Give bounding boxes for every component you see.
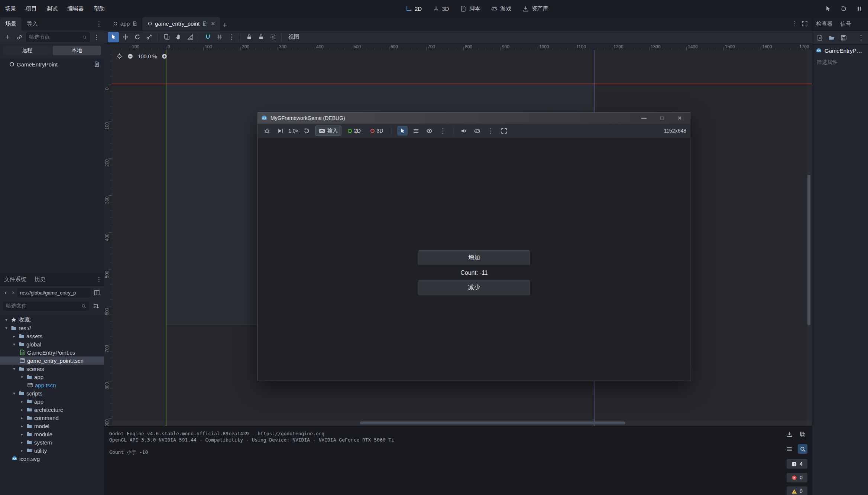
decrease-button[interactable]: 减少 <box>418 280 530 295</box>
tree-closed-icon[interactable]: ▸ <box>19 440 25 445</box>
file-row-module[interactable]: ▸module <box>0 430 104 438</box>
scene-tab-app[interactable]: app <box>108 17 142 30</box>
mute-audio-button[interactable] <box>459 126 469 136</box>
filter-nodes-input[interactable]: 筛选节点 <box>26 32 90 42</box>
tab-import-dock[interactable]: 导入 <box>22 17 43 30</box>
ruler-tool-button[interactable] <box>185 32 196 42</box>
menu-help[interactable]: 帮助 <box>89 0 110 17</box>
file-row-game-entry-point-tscn[interactable]: game_entry_point.tscn <box>0 356 104 365</box>
debug-2d-button[interactable]: 2D <box>344 126 364 136</box>
current-path-field[interactable]: res://global/game_entry_p <box>17 288 91 297</box>
close-tab-icon[interactable]: × <box>211 20 215 27</box>
tree-closed-icon[interactable]: ▸ <box>19 416 25 420</box>
file-row-scenes-app[interactable]: ▾app <box>0 373 104 381</box>
tab-signals[interactable]: 信号 <box>836 17 855 30</box>
copy-output-button[interactable] <box>798 429 807 439</box>
grid-snap-button[interactable] <box>214 32 225 42</box>
file-row-command[interactable]: ▸command <box>0 414 104 422</box>
tree-open-icon[interactable]: ▾ <box>4 326 9 330</box>
scrollbar-thumb[interactable] <box>360 421 625 424</box>
save-resource-button[interactable] <box>838 32 849 43</box>
visibility-button[interactable] <box>424 126 434 136</box>
tree-open-icon[interactable]: ▾ <box>12 342 17 347</box>
file-row-utility[interactable]: ▸utility <box>0 446 104 455</box>
local-button[interactable]: 本地 <box>53 46 101 55</box>
pause-button[interactable] <box>854 3 864 14</box>
file-row-model[interactable]: ▸model <box>0 422 104 430</box>
scene-dock-menu-button[interactable]: ⋮ <box>94 19 104 29</box>
menu-debug[interactable]: 调试 <box>42 0 62 17</box>
scale-tool-button[interactable] <box>143 32 155 42</box>
tab-inspector[interactable]: 检查器 <box>812 17 836 30</box>
move-tool-button[interactable] <box>120 32 131 42</box>
list-select-tool-button[interactable] <box>161 32 172 42</box>
zoom-level[interactable]: 100.0 % <box>138 53 157 59</box>
menu-editor[interactable]: 编辑器 <box>62 0 89 17</box>
scene-tree[interactable]: GameEntryPoint <box>0 58 104 273</box>
file-row-favorites[interactable]: ▾收藏: <box>0 316 104 324</box>
inspector-menu-button[interactable]: ⋮ <box>856 32 866 43</box>
split-filesystem-button[interactable] <box>91 287 102 298</box>
messages-count-badge[interactable]: 4 <box>787 459 807 469</box>
select-tool-button[interactable] <box>108 32 119 42</box>
tree-closed-icon[interactable]: ▸ <box>19 448 25 453</box>
tab-3d[interactable]: 3D <box>433 6 449 12</box>
tree-closed-icon[interactable]: ▸ <box>19 407 25 412</box>
history-back-button[interactable]: ‹ <box>2 287 9 298</box>
minimize-button[interactable]: — <box>637 113 651 124</box>
viewport-vertical-scrollbar[interactable] <box>807 50 811 426</box>
scene-tree-root-node[interactable]: GameEntryPoint <box>0 60 104 68</box>
file-row-architecture[interactable]: ▸architecture <box>0 406 104 414</box>
tree-open-icon[interactable]: ▾ <box>12 391 17 396</box>
time-scale-label[interactable]: 1.0× <box>288 128 299 134</box>
menu-scene[interactable]: 场景 <box>0 0 21 17</box>
file-row-icon-svg[interactable]: icon.svg <box>0 455 104 463</box>
pick-tool-button[interactable] <box>823 3 833 14</box>
pick-options-button[interactable]: ⋮ <box>437 126 448 136</box>
tree-closed-icon[interactable]: ▸ <box>19 432 25 437</box>
tab-2d[interactable]: 2D <box>406 6 422 12</box>
attached-script-icon[interactable] <box>94 61 100 67</box>
maximize-button[interactable]: □ <box>654 113 669 124</box>
tab-script[interactable]: 脚本 <box>460 5 480 12</box>
center-view-button[interactable] <box>116 53 123 59</box>
view-menu[interactable]: 视图 <box>285 33 303 40</box>
rotate-tool-button[interactable] <box>132 32 143 42</box>
tree-open-icon[interactable]: ▾ <box>4 317 9 322</box>
debug-session-button[interactable] <box>262 126 272 136</box>
history-forward-button[interactable]: › <box>10 287 16 298</box>
file-row-scripts[interactable]: ▾scripts <box>0 389 104 397</box>
pan-tool-button[interactable] <box>173 32 184 42</box>
game-options-button[interactable]: ⋮ <box>485 126 496 136</box>
lock-node-button[interactable] <box>243 32 255 42</box>
file-sort-button[interactable] <box>91 301 101 311</box>
scene-tabs-menu-button[interactable]: ⋮ <box>789 18 799 29</box>
close-button[interactable]: × <box>672 113 687 124</box>
2d-viewport[interactable]: 100.0 % MyGFrameworkGame (DEBUG) — □ × 1… <box>112 50 812 426</box>
pick-node-button[interactable] <box>397 126 408 136</box>
file-row-system[interactable]: ▸system <box>0 438 104 446</box>
fullscreen-game-button[interactable] <box>499 126 509 136</box>
tab-history[interactable]: 历史 <box>30 273 50 286</box>
file-row-app-tscn[interactable]: app.tscn <box>0 381 104 389</box>
select-list-button[interactable] <box>411 126 421 136</box>
save-output-button[interactable] <box>784 429 794 439</box>
errors-count-badge[interactable]: 0 <box>787 473 807 482</box>
game-window[interactable]: MyGFrameworkGame (DEBUG) — □ × 1.0× 输入 2… <box>258 112 690 381</box>
joypad-button[interactable] <box>472 126 482 136</box>
instantiate-scene-button[interactable] <box>14 32 25 42</box>
file-row-scripts-app[interactable]: ▸app <box>0 397 104 406</box>
scrollbar-thumb[interactable] <box>807 175 810 325</box>
game-window-titlebar[interactable]: MyGFrameworkGame (DEBUG) — □ × <box>258 113 690 124</box>
remote-button[interactable]: 远程 <box>3 46 51 55</box>
input-mode-button[interactable]: 输入 <box>315 126 341 136</box>
filesystem-menu-button[interactable]: ⋮ <box>94 274 104 284</box>
increase-button[interactable]: 增加 <box>418 250 530 265</box>
file-row-assets[interactable]: ▸assets <box>0 332 104 340</box>
menu-project[interactable]: 项目 <box>21 0 42 17</box>
scene-tab-game-entry-point[interactable]: game_entry_point × <box>142 17 220 30</box>
output-layout-button[interactable] <box>784 444 794 454</box>
load-resource-button[interactable] <box>826 32 837 43</box>
search-output-button[interactable] <box>798 444 807 454</box>
file-row-scenes[interactable]: ▾scenes <box>0 365 104 373</box>
